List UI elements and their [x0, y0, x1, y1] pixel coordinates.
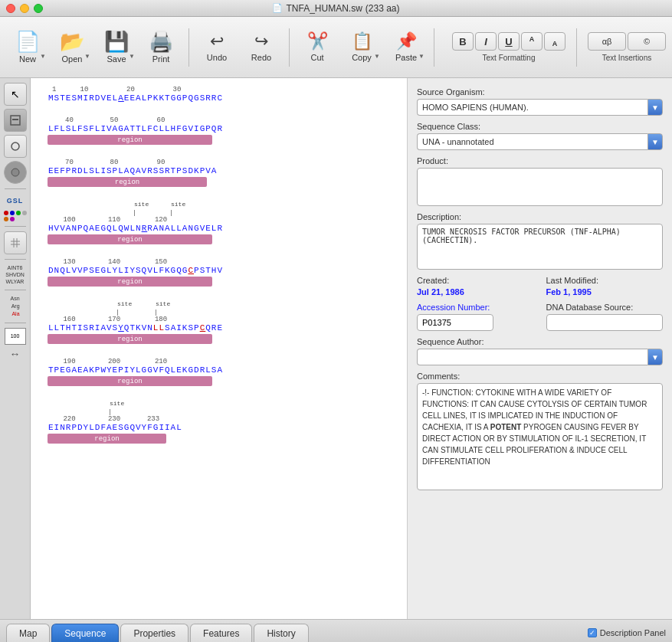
- shape-tool[interactable]: [4, 135, 27, 158]
- comments-group: Comments: -!- FUNCTION: CYTOKINE WITH A …: [417, 372, 663, 490]
- region-bar-5: region: [46, 277, 392, 287]
- seq-block-3: 70 80 90 EEFPRDLSLISPLAQAVRSSRTPSDKPVA r…: [42, 159, 395, 187]
- undo-icon: ↩: [210, 33, 224, 50]
- tab-features[interactable]: Features: [190, 624, 252, 642]
- seq-block-7: 190 200 210 TPEGAEAKPWYEPIYLGGVFQLEKGDRL…: [42, 358, 395, 386]
- svg-point-3: [11, 169, 19, 176]
- toolbar-group-new: 📄 New ▼ 📂 Open ▼ 💾 Save ▼ 🖨️ Print: [6, 21, 182, 74]
- close-button[interactable]: [6, 4, 15, 13]
- source-organism-group: Source Organism: HOMO SAPIENS (HUMAN). ▼: [417, 87, 663, 116]
- dna-database-input[interactable]: [546, 314, 664, 331]
- window-title: 📄 TNFA_HUMAN.sw (233 aa): [272, 3, 399, 14]
- tab-sequence[interactable]: Sequence: [51, 624, 119, 642]
- comments-label: Comments:: [417, 372, 663, 381]
- product-input[interactable]: [417, 168, 663, 206]
- sequence-author-group: Sequence Author: ▼: [417, 337, 663, 365]
- tool-divider-2: [5, 226, 26, 227]
- bold-button[interactable]: B: [452, 32, 474, 51]
- gsl-button[interactable]: GSL: [4, 194, 27, 208]
- tool-divider-4: [5, 290, 26, 290]
- accession-input[interactable]: [417, 314, 493, 331]
- format-buttons: B I U A A: [452, 32, 565, 51]
- sequence-class-arrow[interactable]: ▼: [647, 133, 663, 150]
- maximize-button[interactable]: [34, 4, 43, 13]
- new-button[interactable]: 📄 New ▼: [6, 21, 49, 74]
- paste-dropdown-arrow: ▼: [418, 53, 425, 60]
- text-insertions-group: αβ © Text Insertions: [588, 32, 666, 62]
- select-tool[interactable]: [4, 109, 27, 132]
- sequence-author-select[interactable]: ▼: [417, 349, 663, 365]
- alpha-beta-button[interactable]: αβ: [588, 32, 626, 51]
- italic-button[interactable]: I: [475, 32, 497, 51]
- created-value: Jul 21, 1986: [417, 287, 534, 296]
- seq-block-2: 40 50 60 LFLSLFSFLIVAGATTLFCLLHFGVIGPQR …: [42, 116, 395, 145]
- seq-block-5: 130 140 150 DNQLVVPSEGLYLIYSQVLFKGQGCPST…: [42, 258, 395, 287]
- description-panel-toggle[interactable]: ✓ Description Panel: [588, 628, 666, 637]
- text-formatting-label: Text Formatting: [483, 54, 536, 62]
- source-organism-value: HOMO SAPIENS (HUMAN).: [417, 99, 647, 116]
- seq-text-7: TPEGAEAKPWYEPIYLGGVFQLEKGDRLSA: [42, 365, 395, 375]
- minimize-button[interactable]: [20, 4, 29, 13]
- subscript-button[interactable]: A: [544, 32, 565, 51]
- superscript-button[interactable]: A: [521, 32, 543, 51]
- accession-label[interactable]: Accession Number:: [417, 303, 534, 312]
- seq-text-1: MSTESMIRDVELAEEALPKKTGGPQGSRRC: [42, 93, 395, 103]
- region-bar-2: region: [46, 135, 392, 145]
- source-organism-select[interactable]: HOMO SAPIENS (HUMAN). ▼: [417, 99, 663, 116]
- toolbar-right: B I U A A Text Formatting αβ © Text Inse…: [452, 28, 666, 67]
- sequence-display[interactable]: 1 10 20 30 MSTESMIRDVELAEEALPKKTGGPQGSRR…: [31, 78, 408, 619]
- toolbar: 📄 New ▼ 📂 Open ▼ 💾 Save ▼ 🖨️ Print ↩ Und…: [0, 17, 672, 78]
- last-modified-value: Feb 1, 1995: [546, 287, 664, 296]
- source-organism-arrow[interactable]: ▼: [647, 99, 663, 116]
- redo-button[interactable]: ↪ Redo: [240, 21, 283, 74]
- tool-divider-3: [5, 259, 26, 260]
- sequence-class-select[interactable]: UNA - unannotated ▼: [417, 133, 663, 150]
- grid-tool[interactable]: [4, 231, 27, 254]
- seq-block-6: site site 160 170 180 LLTHTISRIAVSYQTKVN…: [42, 300, 395, 344]
- paste-button[interactable]: 📌 Paste ▼: [385, 21, 428, 74]
- arrows-icon: ↔: [10, 348, 21, 360]
- description-input[interactable]: TUMOR NECROSIS FACTOR PRECURSOR (TNF-ALP…: [417, 224, 663, 270]
- comments-text-area[interactable]: -!- FUNCTION: CYTOKINE WITH A WIDE VARIE…: [417, 383, 663, 490]
- arrow-tool[interactable]: ↖: [4, 83, 27, 106]
- save-button[interactable]: 💾 Save ▼: [95, 21, 138, 74]
- seq-text-2: LFLSLFSFLIVAGATTLFCLLHFGVIGPQR: [42, 124, 395, 133]
- accession-row: Accession Number: DNA Database Source:: [417, 303, 663, 331]
- main-area: ↖ GSL AINT6SHVDNWLYAR AsnArgAla: [0, 78, 672, 619]
- copy-dropdown-arrow: ▼: [374, 53, 380, 60]
- document-icon: 📄: [272, 3, 283, 13]
- open-icon: 📂: [60, 31, 84, 51]
- left-tools-panel: ↖ GSL AINT6SHVDNWLYAR AsnArgAla: [0, 78, 31, 619]
- region-bar-6: region: [46, 334, 392, 344]
- product-label: Product:: [417, 156, 663, 165]
- open-dropdown-arrow: ▼: [84, 53, 90, 60]
- cut-button[interactable]: ✂️ Cut: [296, 21, 339, 74]
- description-panel-checkbox[interactable]: ✓: [588, 628, 597, 637]
- sequence-author-arrow[interactable]: ▼: [647, 349, 663, 365]
- tab-map[interactable]: Map: [6, 624, 50, 642]
- special-char-button[interactable]: ©: [628, 32, 666, 51]
- color-dots: [4, 211, 27, 221]
- copy-button[interactable]: 📋 Copy ▼: [340, 21, 383, 74]
- print-button[interactable]: 🖨️ Print: [139, 21, 182, 74]
- tab-properties[interactable]: Properties: [120, 624, 188, 642]
- underline-button[interactable]: U: [498, 32, 520, 51]
- open-button[interactable]: 📂 Open ▼: [51, 21, 93, 74]
- circle-select-tool[interactable]: [4, 161, 27, 184]
- save-dropdown-arrow: ▼: [129, 53, 135, 60]
- region-bar-4: region: [46, 234, 392, 244]
- created-label: Created:: [417, 276, 534, 285]
- sequence-class-value: UNA - unannotated: [417, 133, 647, 150]
- text-insertions-label: Text Insertions: [602, 54, 651, 62]
- ruler-icon: 100: [5, 328, 26, 345]
- tab-history[interactable]: History: [254, 624, 308, 642]
- toolbar-sep-2: [289, 28, 290, 67]
- seq-text-8: EINRPDYLDFAESGQVYFGIIAL: [42, 423, 395, 432]
- svg-point-2: [11, 142, 19, 150]
- new-dropdown-arrow: ▼: [40, 53, 46, 60]
- dna-database-label: DNA Database Source:: [546, 303, 664, 312]
- seq-text-4: HVVANPQAEGQLQWLNRRANALLANGVELR: [42, 224, 395, 233]
- undo-button[interactable]: ↩ Undo: [195, 21, 238, 74]
- comments-content: -!- FUNCTION: CYTOKINE WITH A WIDE VARIE…: [422, 388, 647, 466]
- seq-text-3: EEFPRDLSLISPLAQAVRSSRTPSDKPVA: [42, 166, 395, 175]
